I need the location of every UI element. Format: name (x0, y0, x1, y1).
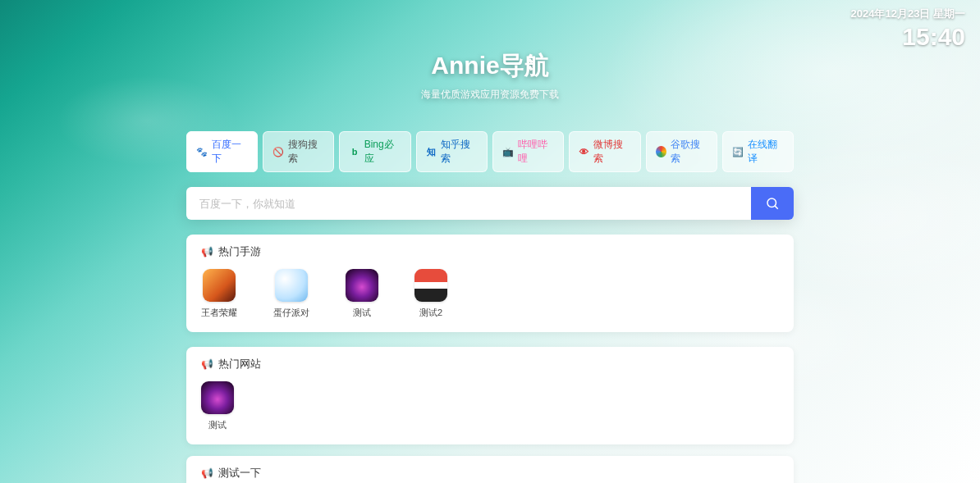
engine-tab-2[interactable]: bBing必应 (339, 131, 410, 172)
app-item[interactable]: 测试 (346, 269, 378, 319)
section-title: 热门网站 (218, 357, 261, 371)
engine-tab-label: 哔哩哔哩 (518, 138, 554, 166)
google-icon (656, 146, 666, 157)
app-item[interactable]: 测试2 (414, 269, 447, 319)
speaker-icon: 📢 (201, 467, 213, 479)
search-engine-tabs: 🐾百度一下🚫搜狗搜索bBing必应知知乎搜索📺哔哩哔哩👁微博搜索谷歌搜索🔄在线翻… (186, 131, 794, 172)
app-icon (201, 381, 234, 414)
search-bar (186, 187, 794, 220)
app-item[interactable]: 测试 (201, 381, 234, 431)
engine-tab-3[interactable]: 知知乎搜索 (416, 131, 488, 172)
section-0: 📢热门手游王者荣耀蛋仔派对测试测试2 (186, 235, 794, 332)
engine-tab-7[interactable]: 🔄在线翻译 (722, 131, 794, 172)
app-label: 蛋仔派对 (273, 307, 309, 319)
engine-tab-label: 知乎搜索 (441, 138, 478, 166)
zhihu-icon: 知 (426, 146, 437, 157)
time-text: 15:40 (851, 23, 965, 51)
app-icon (275, 269, 308, 302)
app-item[interactable]: 蛋仔派对 (273, 269, 309, 319)
section-2: 📢测试一下 (186, 456, 794, 483)
app-label: 测试2 (419, 307, 442, 319)
app-label: 测试 (208, 419, 227, 431)
speaker-icon: 📢 (201, 358, 213, 370)
section-header: 📢热门网站 (201, 357, 779, 371)
engine-tab-label: 微博搜索 (593, 138, 630, 166)
section-title: 热门手游 (218, 244, 261, 259)
svg-point-0 (767, 198, 776, 207)
search-input[interactable] (186, 187, 751, 220)
section-header: 📢热门手游 (201, 244, 779, 259)
engine-tab-4[interactable]: 📺哔哩哔哩 (492, 131, 564, 172)
app-icon (414, 269, 447, 302)
section-1: 📢热门网站测试 (186, 347, 794, 444)
sogou-icon: 🚫 (272, 146, 284, 157)
trans-icon: 🔄 (732, 146, 744, 157)
page-title: Annie导航 (0, 49, 980, 83)
datetime-widget: 2024年12月23日 星期一 15:40 (851, 7, 965, 51)
svg-line-1 (775, 206, 778, 209)
speaker-icon: 📢 (201, 246, 213, 257)
app-row: 测试 (201, 381, 779, 431)
search-button[interactable] (751, 187, 794, 220)
page-subtitle: 海量优质游戏应用资源免费下载 (0, 88, 980, 102)
engine-tab-1[interactable]: 🚫搜狗搜索 (263, 131, 334, 172)
bili-icon: 📺 (502, 146, 514, 157)
engine-tab-5[interactable]: 👁微博搜索 (569, 131, 640, 172)
app-icon (203, 269, 236, 302)
app-item[interactable]: 王者荣耀 (201, 269, 237, 319)
engine-tab-0[interactable]: 🐾百度一下 (186, 131, 258, 172)
engine-tab-label: 在线翻译 (748, 138, 784, 166)
hero: Annie导航 海量优质游戏应用资源免费下载 (0, 0, 980, 102)
date-text: 2024年12月23日 星期一 (851, 7, 965, 21)
main-content: 🐾百度一下🚫搜狗搜索bBing必应知知乎搜索📺哔哩哔哩👁微博搜索谷歌搜索🔄在线翻… (186, 131, 794, 483)
sections-container: 📢热门手游王者荣耀蛋仔派对测试测试2📢热门网站测试📢测试一下📢测试测试 (186, 235, 794, 483)
engine-tab-label: 谷歌搜索 (671, 138, 708, 166)
app-row: 王者荣耀蛋仔派对测试测试2 (201, 269, 779, 319)
bing-icon: b (349, 146, 359, 157)
engine-tab-6[interactable]: 谷歌搜索 (646, 131, 717, 172)
app-icon (346, 269, 378, 302)
weibo-icon: 👁 (579, 146, 589, 157)
section-header: 📢测试一下 (201, 466, 779, 481)
section-title: 测试一下 (218, 466, 261, 481)
engine-tab-label: 搜狗搜索 (288, 138, 324, 166)
baidu-icon: 🐾 (196, 146, 208, 157)
app-label: 王者荣耀 (201, 307, 237, 319)
engine-tab-label: 百度一下 (212, 138, 248, 166)
app-label: 测试 (353, 307, 371, 319)
engine-tab-label: Bing必应 (364, 138, 401, 166)
search-icon (765, 196, 780, 211)
